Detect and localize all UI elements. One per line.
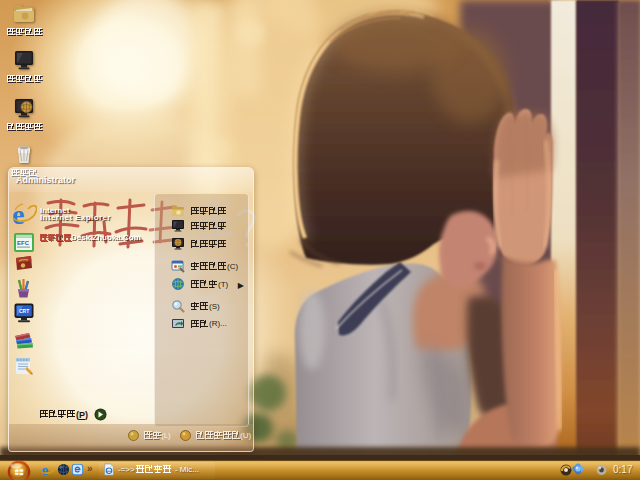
svg-text:EFC: EFC [17, 240, 30, 246]
svg-text:e: e [42, 463, 48, 476]
svg-text:CRT: CRT [19, 308, 29, 314]
